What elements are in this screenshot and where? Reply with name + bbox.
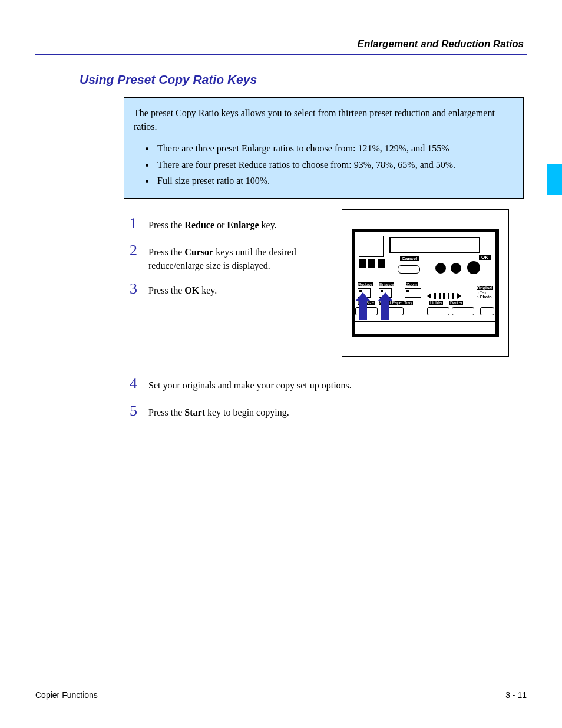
info-box: The preset Copy Ratio keys allows you to…: [124, 97, 524, 199]
lighter-label: Lighter: [429, 301, 443, 305]
original-button-icon: [480, 307, 494, 315]
section-heading: Using Preset Copy Ratio Keys: [80, 73, 527, 87]
cursor-button-icon: [451, 263, 461, 274]
lighter-button-icon: [427, 307, 449, 315]
arrow-indicator-icon: [381, 300, 389, 320]
step-1: 1 Press the Reduce or Enlarge key.: [130, 213, 330, 234]
density-slider-icon: [427, 292, 461, 300]
info-bullet-1: There are three preset Enlarge ratios to…: [155, 141, 514, 155]
cancel-button-icon: [398, 265, 420, 274]
zoom-button-icon: [405, 288, 421, 298]
info-intro: The preset Copy Ratio keys allows you to…: [134, 106, 514, 133]
step-number: 5: [130, 400, 146, 421]
step-text: Press the Cursor keys until the desired …: [148, 246, 330, 272]
step-text: Set your originals and make your copy se…: [148, 379, 352, 392]
lcd-display-icon: [389, 237, 480, 253]
footer-right: 3 - 11: [505, 690, 527, 700]
step-number: 3: [130, 278, 146, 299]
footer-left: Copier Functions: [35, 690, 98, 700]
step-number: 4: [130, 373, 146, 394]
header-title: Enlargement and Reduction Ratios: [35, 38, 527, 54]
cancel-label: Cancel: [400, 256, 419, 261]
step-4: 4 Set your originals and make your copy …: [130, 373, 527, 394]
info-list: There are three preset Enlarge ratios to…: [155, 141, 514, 187]
step-text: Press the Start key to begin copying.: [148, 406, 289, 419]
reduce-label: Reduce: [358, 282, 373, 286]
original-labels: Original ○ Text ○ Photo: [477, 286, 493, 299]
arrow-indicator-icon: [359, 300, 367, 320]
step-text: Press the Reduce or Enlarge key.: [148, 219, 277, 232]
enlarge-label: Enlarge: [379, 282, 394, 286]
ok-button-icon: [467, 261, 480, 274]
zoom-label: Zoom: [406, 282, 418, 286]
steps-lower: 4 Set your originals and make your copy …: [130, 373, 527, 422]
control-panel-illustration: Cancel OK Reduce Enlarge Zoom: [342, 209, 509, 357]
step-number: 2: [130, 240, 146, 261]
footer: Copier Functions 3 - 11: [35, 684, 527, 700]
step-text: Press the OK key.: [148, 284, 217, 297]
step-5: 5 Press the Start key to begin copying.: [130, 400, 527, 421]
darker-label: Darker: [449, 301, 463, 305]
darker-button-icon: [452, 307, 474, 315]
info-bullet-3: Full size preset ratio at 100%.: [155, 174, 514, 187]
page-thumb-tab: [547, 164, 562, 195]
step-2: 2 Press the Cursor keys until the desire…: [130, 240, 330, 272]
ok-label: OK: [479, 255, 491, 260]
step-number: 1: [130, 213, 146, 234]
header-rule: [35, 54, 527, 55]
info-bullet-2: There are four preset Reduce ratios to c…: [155, 158, 514, 172]
cursor-button-icon: [435, 263, 446, 274]
step-3: 3 Press the OK key.: [130, 278, 330, 299]
steps-upper: 1 Press the Reduce or Enlarge key. 2 Pre…: [130, 207, 527, 357]
